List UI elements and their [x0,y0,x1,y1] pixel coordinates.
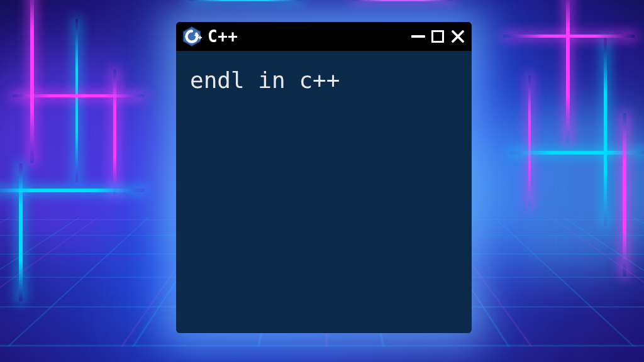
neon-bar [604,38,607,226]
terminal-window: C++ endl in c++ [176,22,472,333]
neon-bar [528,75,531,207]
neon-bar [30,0,34,163]
neon-bar [352,0,453,1]
neon-bar [75,19,78,182]
window-titlebar[interactable]: C++ [176,22,472,51]
maximize-button[interactable] [431,30,444,43]
cpp-logo-icon [181,26,203,47]
neon-bar [566,0,570,145]
terminal-content-area[interactable]: endl in c++ [176,51,472,333]
window-title: C++ [208,27,406,46]
neon-bar [503,35,635,38]
maximize-icon [431,30,444,43]
minimize-button[interactable] [411,35,425,38]
close-button[interactable] [450,29,465,44]
neon-bar [113,69,116,195]
neon-bar [13,94,145,97]
window-controls [411,29,465,44]
close-icon [450,29,465,44]
terminal-output-text: endl in c++ [190,66,458,94]
neon-bar [189,0,302,1]
minimize-icon [411,35,425,38]
